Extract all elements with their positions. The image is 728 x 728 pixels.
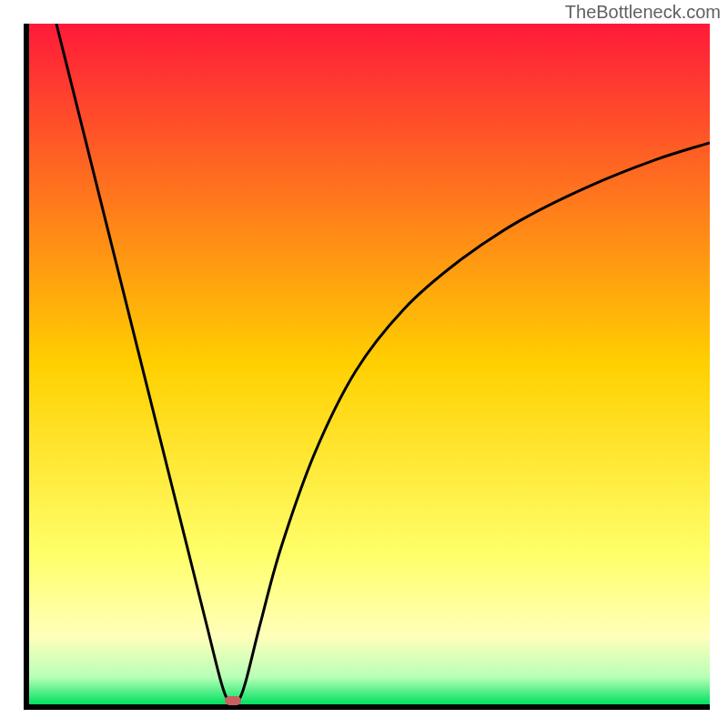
chart-curve — [29, 24, 710, 704]
chart-plot-area — [24, 24, 710, 710]
chart-minimum-marker — [225, 696, 241, 705]
watermark-text: TheBottleneck.com — [565, 2, 721, 23]
